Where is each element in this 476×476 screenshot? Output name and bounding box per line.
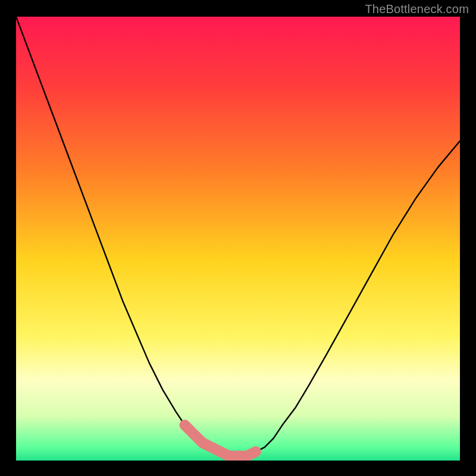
bottleneck-chart [16,17,460,461]
gradient-background [16,17,460,461]
chart-frame: TheBottleneck.com [0,0,476,476]
watermark-text: TheBottleneck.com [365,2,469,16]
plot-area [16,17,460,461]
